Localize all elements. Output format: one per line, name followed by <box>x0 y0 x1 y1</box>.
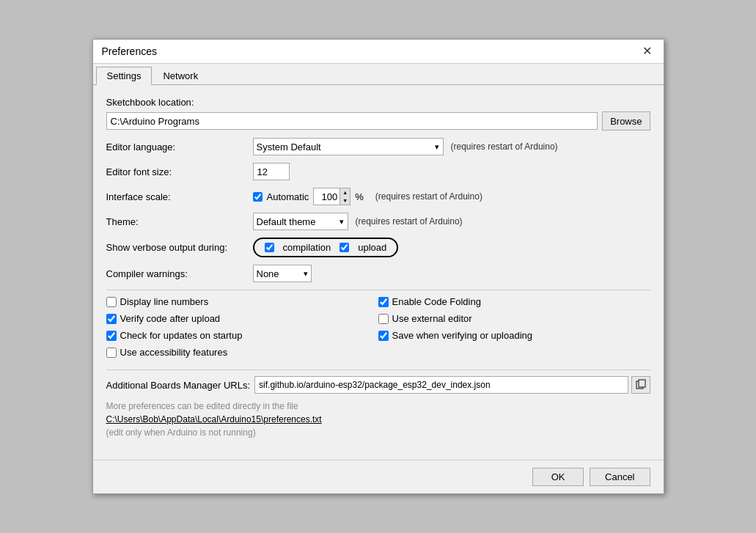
theme-row: Theme: Default theme (requires restart o… <box>106 213 650 230</box>
tabs-bar: Settings Network <box>93 64 664 85</box>
check-row-accessibility: Use accessibility features <box>106 347 378 358</box>
scale-pct: % <box>355 191 364 202</box>
verbose-upload-label: upload <box>358 242 386 253</box>
settings-content: Sketchbook location: Browse Editor langu… <box>93 85 664 460</box>
check-row-verify-code: Verify code after upload <box>106 313 378 324</box>
edit-note: (edit only when Arduino is not running) <box>106 427 650 438</box>
interface-scale-auto-checkbox[interactable] <box>253 192 263 202</box>
verbose-upload-checkbox[interactable] <box>340 243 349 252</box>
check-row-display-line-numbers: Display line numbers <box>106 296 378 307</box>
theme-label: Theme: <box>106 216 253 227</box>
copy-icon <box>636 379 646 389</box>
boards-manager-label: Additional Boards Manager URLs: <box>106 380 251 391</box>
ok-button[interactable]: OK <box>532 468 584 486</box>
tab-settings[interactable]: Settings <box>96 67 153 85</box>
checkboxes-section: Display line numbers Verify code after u… <box>106 296 650 364</box>
scale-down-button[interactable]: ▼ <box>340 196 350 205</box>
separator2 <box>106 370 650 370</box>
editor-language-label: Editor language: <box>106 141 253 152</box>
editor-font-size-input[interactable] <box>253 163 290 180</box>
boards-manager-copy-button[interactable] <box>631 376 650 394</box>
svg-rect-1 <box>639 380 645 387</box>
browse-button[interactable]: Browse <box>602 111 650 131</box>
check-updates-checkbox[interactable] <box>106 331 117 341</box>
compiler-warnings-select[interactable]: None Default More All <box>253 265 312 282</box>
title-bar: Preferences ✕ <box>93 40 664 64</box>
save-when-verifying-checkbox[interactable] <box>378 331 389 341</box>
boards-manager-input[interactable] <box>254 376 628 394</box>
dialog-title: Preferences <box>102 45 157 57</box>
scale-up-button[interactable]: ▲ <box>340 188 350 196</box>
interface-scale-hint: (requires restart of Arduino) <box>375 191 482 202</box>
verbose-compilation-label: compilation <box>283 242 331 253</box>
enable-code-folding-label: Enable Code Folding <box>392 296 481 307</box>
editor-font-size-row: Editor font size: <box>106 163 650 180</box>
boards-manager-row: Additional Boards Manager URLs: <box>106 376 650 394</box>
theme-hint: (requires restart of Arduino) <box>356 216 463 227</box>
theme-select-wrapper: Default theme <box>253 213 348 230</box>
sketchbook-row: Sketchbook location: Browse <box>106 97 650 131</box>
verbose-label: Show verbose output during: <box>106 242 253 253</box>
external-editor-label: Use external editor <box>392 313 472 324</box>
check-row-save-when-verifying: Save when verifying or uploading <box>378 330 650 341</box>
editor-language-row: Editor language: System Default (require… <box>106 138 650 155</box>
verbose-row: Show verbose output during: compilation … <box>106 238 650 257</box>
verbose-options: compilation upload <box>253 238 399 257</box>
cancel-button[interactable]: Cancel <box>590 468 650 486</box>
check-row-check-updates: Check for updates on startup <box>106 330 378 341</box>
external-editor-checkbox[interactable] <box>378 314 389 324</box>
enable-code-folding-checkbox[interactable] <box>378 297 389 307</box>
verify-code-label: Verify code after upload <box>120 313 221 324</box>
save-when-verifying-label: Save when verifying or uploading <box>392 330 533 341</box>
display-line-numbers-checkbox[interactable] <box>106 297 117 307</box>
sketchbook-path-row: Browse <box>106 111 650 131</box>
scale-value-input[interactable] <box>314 188 340 205</box>
editor-language-hint: (requires restart of Arduino) <box>451 141 558 152</box>
more-prefs-label: More preferences can be edited directly … <box>106 401 650 411</box>
separator <box>106 290 650 290</box>
accessibility-label: Use accessibility features <box>120 347 228 358</box>
interface-scale-controls: Automatic ▲ ▼ % (requires restart of Ard… <box>253 188 482 205</box>
checkbox-col-left: Display line numbers Verify code after u… <box>106 296 378 364</box>
interface-scale-auto-label: Automatic <box>267 191 309 202</box>
prefs-file-path[interactable]: C:\Users\Bob\AppData\Local\Arduino15\pre… <box>106 414 650 424</box>
scale-spinners: ▲ ▼ <box>340 188 350 205</box>
compiler-select-wrap: None Default More All <box>253 265 312 282</box>
verify-code-checkbox[interactable] <box>106 314 117 324</box>
theme-select[interactable]: Default theme <box>253 213 348 230</box>
compiler-warnings-row: Compiler warnings: None Default More All <box>106 265 650 282</box>
check-updates-label: Check for updates on startup <box>120 330 243 341</box>
scale-input-wrap: ▲ ▼ <box>313 188 351 205</box>
interface-scale-row: Interface scale: Automatic ▲ ▼ % (requir… <box>106 188 650 205</box>
preferences-dialog: Preferences ✕ Settings Network Sketchboo… <box>92 39 664 494</box>
sketchbook-label: Sketchbook location: <box>106 97 650 108</box>
check-row-external-editor: Use external editor <box>378 313 650 324</box>
checkbox-col-right: Enable Code Folding Use external editor … <box>378 296 650 364</box>
display-line-numbers-label: Display line numbers <box>120 296 209 307</box>
bottom-bar: OK Cancel <box>93 460 664 493</box>
editor-language-select-wrapper: System Default <box>253 138 444 155</box>
verbose-compilation-checkbox[interactable] <box>265 243 274 252</box>
compiler-warnings-label: Compiler warnings: <box>106 268 253 279</box>
editor-font-size-label: Editor font size: <box>106 166 253 177</box>
accessibility-checkbox[interactable] <box>106 348 117 358</box>
sketchbook-path-input[interactable] <box>106 112 598 130</box>
interface-scale-label: Interface scale: <box>106 191 253 202</box>
check-row-code-folding: Enable Code Folding <box>378 296 650 307</box>
close-button[interactable]: ✕ <box>639 45 655 57</box>
tab-network[interactable]: Network <box>152 67 209 84</box>
editor-language-select[interactable]: System Default <box>253 138 444 155</box>
